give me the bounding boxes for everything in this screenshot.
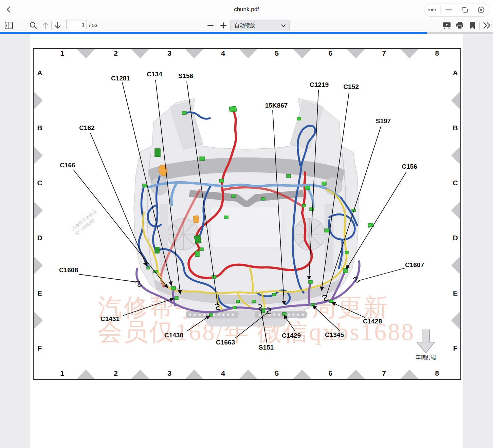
panel-toggle-icon: [4, 21, 13, 30]
callout-label: C1607: [405, 261, 424, 268]
three-dots-icon: [426, 7, 438, 13]
callout-label: C1219: [310, 81, 329, 88]
double-chevron-icon: [482, 22, 491, 29]
bookmark-icon: [469, 21, 476, 30]
print-button[interactable]: [454, 19, 465, 32]
wiring-diagram: 汽修帮手资料库 每周更新 会员仅168/年 微信qxbs1688: [0, 34, 493, 448]
more-options-button[interactable]: [424, 3, 440, 16]
more-tools-button[interactable]: [481, 19, 492, 32]
grid-row-label: D: [453, 234, 458, 242]
minus-icon: [207, 22, 214, 29]
plus-icon: [220, 22, 227, 29]
grid-col-label: 6: [328, 369, 332, 377]
callout-label: C166: [60, 162, 75, 169]
grid-col-label: 5: [275, 369, 279, 377]
zoom-in-button[interactable]: [219, 19, 228, 32]
find-button[interactable]: [29, 19, 38, 32]
grid-col-label: 6: [328, 49, 332, 57]
grid-row-label: A: [453, 69, 458, 77]
restore-icon: [461, 6, 469, 14]
minimize-icon: [445, 7, 452, 13]
chevron-down-icon: [281, 24, 286, 27]
bookmark-button[interactable]: [467, 19, 477, 32]
zoom-select[interactable]: 自动缩放: [230, 20, 290, 31]
callout-label: C134: [147, 71, 162, 78]
grid-col-label: 1: [60, 369, 64, 377]
page-up-button[interactable]: [41, 19, 50, 32]
grid-row-label: F: [38, 344, 42, 352]
grid-col-label: 7: [382, 369, 386, 377]
page-number-input[interactable]: [67, 20, 87, 29]
grid-col-label: 8: [435, 49, 439, 57]
grid-col-label: 3: [167, 369, 171, 377]
grid-col-label: 4: [221, 369, 225, 377]
printer-icon: [455, 21, 464, 30]
divider: [51, 21, 52, 30]
callout-label: C1429: [282, 332, 301, 339]
diagonal-watermark: 汽修帮手资料库 ID: 7496002: [71, 209, 102, 236]
grid-row-label: F: [453, 344, 458, 352]
grid-col-label: 5: [275, 49, 279, 57]
callout-label: C1663: [216, 339, 235, 346]
zoom-select-value: 自动缩放: [231, 22, 281, 29]
page-count-label: / 53: [89, 19, 97, 32]
callout-label: C162: [79, 124, 94, 131]
orange-connector: [193, 216, 199, 223]
grid-row-label: B: [37, 124, 42, 132]
magnifier-icon: [29, 21, 37, 30]
callout-label: C156: [402, 163, 417, 170]
grid-col-label: 4: [221, 49, 225, 57]
grid-col-label: 1: [60, 49, 64, 57]
page-down-button[interactable]: [53, 19, 62, 32]
circle-dot-icon: [477, 6, 485, 14]
presentation-mode-button[interactable]: [441, 19, 452, 32]
grid-col-label: 2: [114, 49, 118, 57]
callout-label: C1430: [164, 332, 183, 339]
arrow-up-icon: [42, 21, 49, 30]
grid-row-label: E: [37, 289, 42, 297]
grid-col-label: 8: [435, 369, 439, 377]
callout-label: S156: [178, 72, 193, 79]
callout-label: 15K867: [265, 102, 288, 109]
callout-label: C1608: [59, 266, 78, 274]
titlebar: chunk.pdf: [0, 0, 493, 19]
grid-col-label: 7: [382, 49, 386, 57]
grid-row-label: C: [37, 179, 42, 187]
pdf-toolbar: / 53 自动缩放: [0, 19, 493, 32]
grid-row-label: E: [453, 289, 458, 297]
sidebar-toggle-button[interactable]: [3, 19, 14, 32]
arrow-down-icon: [54, 21, 61, 30]
pdf-viewer-window: chunk.pdf: [0, 0, 493, 448]
callout-label: C1281: [111, 75, 130, 82]
window-controls: [424, 3, 489, 17]
vehicle-front-indicator: 车辆前端: [416, 330, 436, 360]
callout-label: C1345: [325, 331, 344, 338]
vehicle-front-label: 车辆前端: [416, 354, 436, 360]
screen-play-icon: [442, 21, 451, 30]
restore-button[interactable]: [457, 3, 473, 16]
document-title: chunk.pdf: [0, 0, 493, 19]
record-button[interactable]: [473, 3, 489, 16]
big-arrow-down-icon: [417, 330, 435, 353]
grid-row-label: A: [37, 69, 42, 77]
zoom-out-button[interactable]: [206, 19, 215, 32]
grid-row-label: D: [37, 234, 42, 242]
callout-label: C1428: [363, 318, 382, 325]
callout-label: S151: [259, 344, 274, 351]
callout-label: C152: [343, 83, 359, 90]
divider: [479, 21, 480, 30]
pdf-viewport[interactable]: 汽修帮手资料库 每周更新 会员仅168/年 微信qxbs1688: [0, 34, 493, 448]
grid-col-label: 3: [167, 49, 171, 57]
grid-row-label: B: [453, 124, 458, 132]
divider: [217, 21, 217, 30]
callout-label: C1431: [101, 315, 120, 322]
grid-col-label: 2: [114, 369, 118, 377]
minimize-button[interactable]: [441, 3, 457, 16]
grid-row-label: C: [453, 179, 458, 187]
callout-label: S197: [376, 117, 391, 125]
